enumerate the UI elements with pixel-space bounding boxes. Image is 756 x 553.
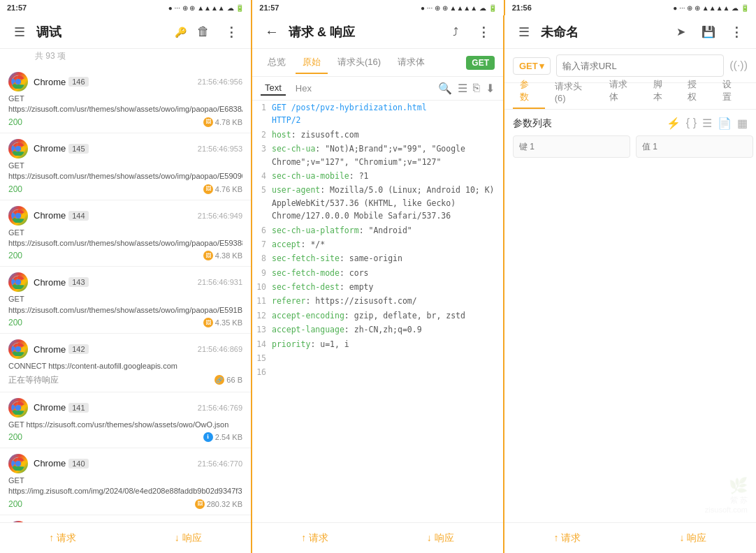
debug-list[interactable]: Chrome 146 21:56:46:956 GET https://zisu… <box>0 66 251 522</box>
table-icon[interactable]: ▦ <box>737 117 748 130</box>
item-time: 21:56:46:769 <box>198 404 242 412</box>
status-badge: 正在等待响应 <box>8 374 59 386</box>
request-btn[interactable]: ↑ 请求 <box>554 532 581 545</box>
params-tab-bar: 参数 请求头(6) 请求体 脚本 授权 设置 <box>504 83 756 110</box>
chrome-icon <box>8 454 28 473</box>
code-method-url: GET /post/pvz-hybridization.html <box>272 103 427 112</box>
copy-icon[interactable]: ⎘ <box>473 82 480 95</box>
search-icon[interactable]: 🔍 <box>438 82 452 95</box>
size-icon: 🖼 <box>195 499 205 509</box>
item-url: GET https://zisusoft.com/usr/themes/show… <box>8 294 242 316</box>
code-content: sec-fetch-dest: empty <box>269 280 503 294</box>
send-icon[interactable]: ➤ <box>669 21 692 43</box>
app-name: Chrome <box>34 402 66 413</box>
code-row: 14 priority: u=1, i <box>252 337 503 351</box>
tab-body[interactable]: 请求体 <box>391 52 432 74</box>
tab-headers[interactable]: 请求头(16) <box>330 52 388 74</box>
list-item[interactable]: Chrome 146 21:56:46:956 GET https://zisu… <box>0 66 251 133</box>
size-text: 66 B <box>226 376 242 384</box>
code-row: 1 GET /post/pvz-hybridization.html HTTP/… <box>252 101 503 128</box>
params-label-text: 参数列表 <box>513 117 552 130</box>
status-icons-panel2: ● ··· ⊕ ⊕ ▲▲▲▲ ☁ 🔋 <box>421 4 497 12</box>
response-btn[interactable]: ↓ 响应 <box>427 532 454 545</box>
chrome-icon <box>8 206 28 226</box>
list-item[interactable]: Chrome 144 21:56:46:949 GET https://zisu… <box>0 200 251 267</box>
item-badge: 144 <box>68 211 88 221</box>
download-icon[interactable]: ⬇ <box>486 82 495 95</box>
delete-icon[interactable]: 🗑 <box>192 21 215 43</box>
method-selector[interactable]: GET ▾ <box>513 57 551 75</box>
menu-icon[interactable]: ☰ <box>8 21 31 43</box>
filter-icon[interactable]: ⚡ <box>667 117 681 130</box>
size-text: 4.38 KB <box>215 251 242 260</box>
params-section: 参数列表 ⚡ { } ☰ 📄 ▦ <box>504 110 756 165</box>
line-num: 12 <box>252 309 269 323</box>
list-item[interactable]: Chrome 145 21:56:46:953 GET https://zisu… <box>0 133 251 200</box>
chrome-icon <box>8 398 28 418</box>
request-btn[interactable]: ↑ 请求 <box>49 532 76 545</box>
panel-debug: ☰ 调试 🔑 🗑 ⋮ 共 93 项 Chro <box>0 15 252 553</box>
status-badge: 200 <box>8 117 22 127</box>
debug-subtitle: 共 93 项 <box>0 49 251 66</box>
item-info: Chrome 145 21:56:46:953 <box>34 143 242 154</box>
request-btn[interactable]: ↑ 请求 <box>301 532 328 545</box>
text-tab[interactable]: Text <box>261 81 286 96</box>
line-num: 4 <box>252 169 269 183</box>
response-btn[interactable]: ↓ 响应 <box>680 532 707 545</box>
menu-icon[interactable]: ☰ <box>513 21 535 43</box>
size-text: 4.35 KB <box>215 318 242 327</box>
size-icon: 🖼 <box>203 318 213 327</box>
param-val-input[interactable] <box>636 135 753 158</box>
file-icon[interactable]: 📄 <box>718 117 732 130</box>
debug-title: 调试 <box>36 24 170 40</box>
size-badge: 🖼 280.32 KB <box>195 499 242 509</box>
list-item[interactable]: Chrome 141 21:56:46:769 GET https://zisu… <box>0 392 251 448</box>
more-icon[interactable]: ⋮ <box>472 21 495 43</box>
size-icon: 🖼 <box>203 117 213 127</box>
size-badge: 🖼 4.76 KB <box>203 184 242 194</box>
back-icon[interactable]: ← <box>261 21 283 43</box>
hex-tab[interactable]: Hex <box>291 82 316 95</box>
list-item[interactable]: Chrome 140 21:56:46:770 GET https://img.… <box>0 448 251 515</box>
svg-point-9 <box>15 346 21 352</box>
share-icon[interactable]: ⤴ <box>444 21 467 43</box>
tab-params[interactable]: 参数 <box>513 74 545 109</box>
new-request-title: 未命名 <box>541 24 664 40</box>
tab-request-body[interactable]: 请求体 <box>602 74 644 109</box>
list-icon[interactable]: ☰ <box>702 117 712 130</box>
params-label: 参数列表 ⚡ { } ☰ 📄 ▦ <box>513 117 748 130</box>
tab-raw[interactable]: 原始 <box>296 52 328 74</box>
tab-request-headers[interactable]: 请求头(6) <box>548 76 599 109</box>
code-content: referer: https://zisusoft.com/ <box>269 294 503 308</box>
status-badge: 200 <box>8 432 22 442</box>
tab-script[interactable]: 脚本 <box>646 74 678 109</box>
more-icon[interactable]: ⋮ <box>220 21 242 43</box>
save-icon[interactable]: 💾 <box>697 21 720 43</box>
item-badge: 141 <box>68 403 88 413</box>
size-badge: 🔗 66 B <box>215 375 242 385</box>
tab-settings[interactable]: 设置 <box>715 74 748 109</box>
response-btn[interactable]: ↓ 响应 <box>175 532 202 545</box>
braces-icon[interactable]: { } <box>686 117 697 130</box>
more-icon[interactable]: ⋮ <box>725 21 748 43</box>
code-viewer: 1 GET /post/pvz-hybridization.html HTTP/… <box>252 101 503 522</box>
tab-overview[interactable]: 总览 <box>261 52 293 74</box>
param-key-input[interactable] <box>513 135 630 158</box>
item-info: Chrome 144 21:56:46:949 <box>34 210 242 221</box>
code-row: 8 sec-fetch-site: same-origin <box>252 251 503 265</box>
watermark-text: 紫 苏zisusoft.com <box>705 495 748 514</box>
code-content: priority: u=1, i <box>269 337 503 351</box>
list-item[interactable]: Chrome 142 21:56:46:869 CONNECT https://… <box>0 334 251 392</box>
panel-request-response: ← 请求 & 响应 ⤴ ⋮ 总览 原始 请求头(16) 请求体 GET Text… <box>252 15 504 553</box>
filter-icon[interactable]: ☰ <box>458 82 467 95</box>
size-badge: 🖼 4.38 KB <box>203 251 242 260</box>
item-badge: 142 <box>68 344 88 354</box>
size-badge: 🖼 4.78 KB <box>203 117 242 127</box>
list-item[interactable]: Chrome 143 21:56:46:931 GET https://zisu… <box>0 267 251 334</box>
list-item[interactable]: Chrome 139 21:56:46:646 GET https://zisu… <box>0 515 251 522</box>
tab-auth[interactable]: 授权 <box>681 74 713 109</box>
status-bar-panel1: 21:57 ● ··· ⊕ ⊕ ▲▲▲▲ ☁ 🔋 <box>0 0 252 15</box>
size-badge: ℹ 2.54 KB <box>203 432 242 442</box>
request-toolbar: ← 请求 & 响应 ⤴ ⋮ <box>252 15 503 49</box>
line-num: 1 <box>252 101 269 128</box>
